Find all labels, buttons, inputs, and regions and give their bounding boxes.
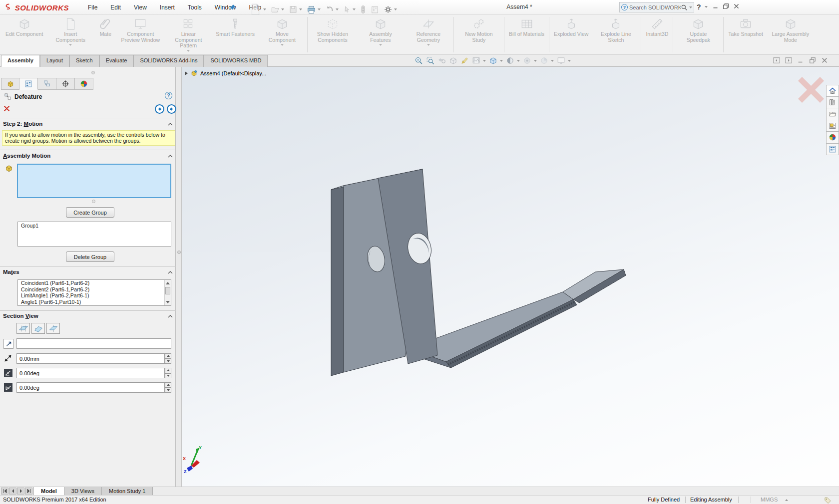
- section-plane-xy-button[interactable]: [16, 323, 30, 334]
- tab-motion-study-1[interactable]: Motion Study 1: [102, 487, 153, 495]
- step2-motion-header[interactable]: Step 2: Motion: [3, 121, 42, 127]
- menu-insert[interactable]: Insert: [154, 2, 180, 13]
- tab-layout[interactable]: Layout: [40, 55, 69, 67]
- assembly-3d-model[interactable]: [182, 67, 839, 487]
- doc-restore-button[interactable]: [809, 57, 816, 64]
- tab-solidworks-mbd[interactable]: SOLIDWORKS MBD: [204, 55, 268, 67]
- graphics-area[interactable]: Assem4 (Default<Display...: [182, 67, 839, 487]
- options-button[interactable]: [382, 4, 399, 15]
- previous-view-button[interactable]: [437, 56, 446, 65]
- menu-view[interactable]: View: [128, 2, 152, 13]
- ribbon-new-motion-study[interactable]: New Motion Study: [455, 15, 503, 54]
- panel-splitter[interactable]: [176, 67, 182, 487]
- ribbon-instant3d[interactable]: Instant3D: [642, 15, 672, 54]
- x-rotation-spinner[interactable]: [165, 368, 171, 378]
- dynamic-annotation-button[interactable]: [460, 56, 469, 65]
- feature-tree-root[interactable]: Assem4 (Default<Display...: [185, 69, 266, 77]
- search-icon[interactable]: [681, 4, 688, 11]
- section-y-rotation-field[interactable]: [16, 382, 165, 393]
- list-item[interactable]: Coincident1 (Part6-1,Part6-2): [18, 280, 171, 286]
- ribbon-exploded-view[interactable]: Exploded View: [550, 15, 592, 54]
- dropdown-arrow-icon[interactable]: [517, 60, 520, 62]
- view-orientation-button[interactable]: [489, 56, 503, 65]
- appearances-scenes-tab[interactable]: [826, 132, 839, 144]
- search-dropdown-icon[interactable]: [689, 6, 692, 8]
- pin-menu-icon[interactable]: [229, 3, 236, 11]
- forward-button[interactable]: [167, 104, 176, 114]
- ribbon-component-preview-window[interactable]: Component Preview Window: [116, 15, 164, 54]
- minimize-button[interactable]: [712, 3, 719, 9]
- tree-item-label[interactable]: Assem4 (Default<Display...: [200, 70, 266, 76]
- list-item[interactable]: LimitAngle1 (Part6-2,Part6-1): [18, 292, 171, 299]
- collapse-left-pane-button[interactable]: [773, 57, 780, 64]
- tab-evaluate[interactable]: Evaluate: [99, 55, 134, 67]
- ribbon-mate[interactable]: Mate: [94, 15, 116, 54]
- ribbon-bill-of-materials[interactable]: Bill of Materials: [505, 15, 548, 54]
- save-button[interactable]: [287, 4, 304, 15]
- zoom-to-fit-button[interactable]: [415, 56, 423, 65]
- units-dropdown-icon[interactable]: [785, 499, 788, 501]
- rebuild-button[interactable]: [359, 4, 368, 15]
- doc-close-button[interactable]: [821, 57, 828, 64]
- tab-model[interactable]: Model: [33, 487, 64, 495]
- dropdown-arrow-icon[interactable]: [534, 60, 537, 62]
- menu-window[interactable]: Window: [209, 2, 242, 13]
- close-button[interactable]: [733, 3, 740, 9]
- menu-edit[interactable]: Edit: [105, 2, 126, 13]
- dropdown-arrow-icon[interactable]: [69, 44, 72, 46]
- section-view-button[interactable]: [449, 56, 457, 65]
- panel-resize-handle[interactable]: [91, 71, 95, 74]
- ribbon-large-assembly-mode[interactable]: Large Assembly Mode: [767, 15, 815, 54]
- menu-tools[interactable]: Tools: [182, 2, 207, 13]
- ribbon-insert-components[interactable]: Insert Components: [46, 15, 94, 54]
- collapse-chevron-icon[interactable]: [168, 271, 173, 274]
- hide-show-items-button[interactable]: [523, 56, 537, 65]
- open-button[interactable]: [269, 4, 286, 15]
- ribbon-take-snapshot[interactable]: Take Snapshot: [725, 15, 766, 54]
- y-rotation-spinner[interactable]: [165, 382, 171, 393]
- list-item[interactable]: Angle1 (Part6-1,Part10-1): [18, 299, 171, 305]
- tab-sketch[interactable]: Sketch: [69, 55, 99, 67]
- tab-assembly[interactable]: Assembly: [1, 55, 40, 67]
- section-reference-button[interactable]: [3, 339, 13, 349]
- edit-appearance-button[interactable]: [540, 56, 554, 65]
- tags-icon[interactable]: [824, 497, 832, 504]
- featuremanager-tab[interactable]: [1, 78, 19, 90]
- back-button[interactable]: [155, 104, 164, 114]
- displaymanager-tab[interactable]: [75, 78, 93, 90]
- scroll-last-button[interactable]: [25, 488, 32, 495]
- mates-list[interactable]: Coincident1 (Part6-1,Part6-2) Coincident…: [17, 279, 171, 306]
- file-properties-button[interactable]: [369, 4, 381, 15]
- dimxpertmanager-tab[interactable]: [56, 78, 75, 90]
- dropdown-arrow-icon[interactable]: [379, 44, 382, 46]
- mates-header[interactable]: Mates: [3, 269, 19, 275]
- scrollbar-thumb[interactable]: [165, 287, 170, 294]
- splitter-handle[interactable]: [177, 251, 181, 254]
- tab-solidworks-add-ins[interactable]: SOLIDWORKS Add-Ins: [133, 55, 204, 67]
- cancel-button[interactable]: [3, 105, 10, 112]
- motion-selection-box[interactable]: [17, 164, 171, 198]
- restore-button[interactable]: [723, 3, 729, 9]
- apply-scene-button[interactable]: [472, 56, 486, 65]
- group-list[interactable]: Group1: [17, 222, 171, 247]
- ribbon-smart-fasteners[interactable]: Smart Fasteners: [212, 15, 258, 54]
- delete-group-button[interactable]: Delete Group: [66, 252, 114, 262]
- tab-3d-views[interactable]: 3D Views: [64, 487, 102, 495]
- dropdown-arrow-icon[interactable]: [281, 44, 284, 46]
- mates-scrollbar[interactable]: [164, 280, 171, 305]
- assembly-motion-header[interactable]: Assembly Motion: [3, 153, 50, 159]
- ribbon-edit-component[interactable]: Edit Component: [2, 15, 46, 54]
- home-tab[interactable]: [826, 85, 839, 97]
- print-button[interactable]: [305, 4, 322, 15]
- ribbon-explode-line-sketch[interactable]: Explode Line Sketch: [592, 15, 640, 54]
- ribbon-update-speedpak[interactable]: Update Speedpak: [674, 15, 722, 54]
- selection-box-resize-handle[interactable]: [92, 200, 95, 203]
- zoom-to-area-button[interactable]: [426, 56, 434, 65]
- propertymanager-tab[interactable]: [19, 78, 38, 90]
- dropdown-arrow-icon[interactable]: [568, 60, 571, 62]
- collapse-chevron-icon[interactable]: [168, 315, 173, 318]
- collapse-right-pane-button[interactable]: [785, 57, 792, 64]
- help-search-box[interactable]: ?: [619, 2, 694, 12]
- section-distance-field[interactable]: [16, 353, 165, 364]
- section-reference-input[interactable]: [16, 338, 171, 349]
